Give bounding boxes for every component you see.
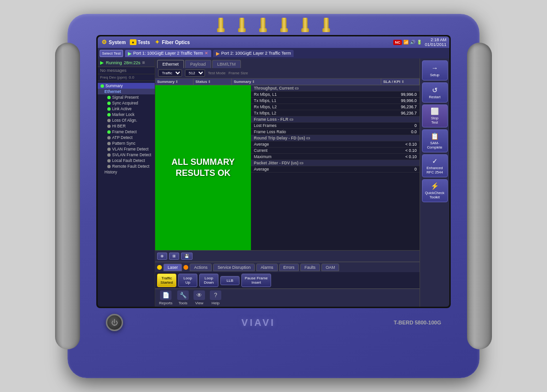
sort-arrow-3: ⇕ [252, 80, 255, 84]
th-status[interactable]: Status ⇕ [194, 79, 232, 85]
handle-left [55, 43, 80, 349]
vlan-label: VLAN Frame Detect [112, 147, 148, 151]
traffic-select[interactable]: Traffic [158, 69, 182, 77]
loss-label: Loss Of Align. [112, 118, 137, 123]
power-button[interactable]: ⏻ [106, 314, 123, 331]
sync-label: Sync Acquired [112, 101, 138, 105]
model-text: T-BERD 5800-100G [394, 320, 441, 325]
nav-pattern-sync[interactable]: Pattern Sync [98, 140, 155, 146]
connector-3 [259, 18, 267, 32]
port1-tab[interactable]: ▶ Port 1: 100GigE Layer 2 Traffic Term ✕ [125, 50, 211, 57]
frame-size-select[interactable]: 512 [185, 69, 205, 77]
hamburger-icon[interactable]: ≡ [142, 60, 145, 65]
nav-svlan-frame[interactable]: SVLAN Frame Detect [98, 152, 155, 158]
nav-view[interactable]: 👁 View [194, 290, 205, 305]
select-test-btn[interactable]: Select Test [100, 50, 123, 57]
hiber-label: HI BER [112, 124, 125, 128]
view-icon: 👁 [194, 290, 205, 300]
marker-label: Marker Lock [112, 112, 135, 117]
tests-icon: ■ [130, 39, 137, 45]
stop-test-btn[interactable]: ⬜ Stop Test [422, 104, 448, 127]
nav-history[interactable]: History [98, 169, 155, 175]
loop-down-btn[interactable]: Loop Down [199, 274, 218, 287]
ethernet-label: Ethernet [104, 89, 121, 94]
th-summary2[interactable]: Summary ⇕ [232, 79, 381, 85]
stop-icon: ⬜ [431, 107, 439, 115]
frame-size-label: Frame Size [228, 71, 248, 75]
toolbar-btn-expand[interactable]: ⊕ [157, 253, 167, 260]
pattern-dot [107, 142, 111, 145]
nav-signal-present[interactable]: Signal Present [98, 94, 155, 100]
nav-atp-detect[interactable]: ATP Detect [98, 135, 155, 140]
nav-summary[interactable]: Summary [98, 83, 155, 89]
summary-dot [101, 84, 104, 88]
help-label: Help [212, 301, 219, 305]
summary-ok-panel: ALL SUMMARY RESULTS OK [155, 85, 251, 250]
local-label: Local Fault Detect [112, 158, 145, 163]
fiber-optics-label: Fiber Optics [162, 40, 190, 45]
messages-bar: No messages [98, 67, 155, 74]
nav-sync-acquired[interactable]: Sync Acquired [98, 100, 155, 106]
pattern-label: Pattern Sync [112, 141, 136, 146]
tests-menu[interactable]: ■ Tests [130, 39, 150, 45]
menu-bar: ⚙ System ■ Tests ✦ Fiber Optics NC [98, 36, 449, 48]
nav-loss-align[interactable]: Loss Of Align. [98, 117, 155, 123]
fiber-menu[interactable]: ✦ Fiber Optics [154, 39, 190, 46]
freq-value: 0.0 [129, 75, 134, 80]
traffic-started-btn[interactable]: Traffic Started [157, 274, 176, 287]
summary-label: Summary [105, 83, 123, 88]
llb-btn[interactable]: LLB [220, 276, 239, 285]
frame-label: Frame Detect [112, 129, 137, 134]
play-icon: ▶ [100, 60, 104, 65]
sort-arrow-2: ⇕ [208, 80, 211, 84]
nav-help[interactable]: ? Help [210, 290, 221, 305]
tab-ethernet[interactable]: Ethernet [157, 60, 184, 68]
action-tab-faults[interactable]: Faults [300, 264, 320, 271]
th-summary[interactable]: Summary ⇕ [155, 79, 194, 85]
nav-remote-fault[interactable]: Remote Fault Detect [98, 163, 155, 169]
sort-arrow-1: ⇕ [175, 80, 178, 84]
action-tab-service[interactable]: Service Disruption [213, 264, 255, 271]
system-menu[interactable]: ⚙ System [101, 39, 126, 46]
nav-hi-ber[interactable]: HI BER [98, 123, 155, 129]
tools-icon: 🔧 [177, 290, 189, 300]
th-sla[interactable]: SLA / KPI ⇕ [381, 79, 420, 85]
tab-lbm-ltm[interactable]: LBM/LTM [212, 60, 241, 68]
nav-local-fault[interactable]: Local Fault Detect [98, 158, 155, 163]
loop-up-btn[interactable]: Loop Up [178, 274, 197, 287]
action-tab-actions[interactable]: Actions [190, 264, 212, 271]
nav-ethernet[interactable]: Ethernet [98, 89, 155, 94]
action-tab-laser[interactable]: Laser [163, 264, 182, 271]
sam-complete-btn[interactable]: 📋 SAM- Complete [422, 129, 448, 152]
center-area: Ethernet Payload LBM/LTM Traffic 512 Tes… [155, 58, 420, 307]
restart-btn[interactable]: ↺ Restart [422, 82, 448, 103]
hiber-dot [107, 125, 111, 128]
action-tab-alarms[interactable]: Alarms [256, 264, 277, 271]
connector-6 [322, 18, 330, 32]
nav-marker-lock[interactable]: Marker Lock [98, 112, 155, 117]
action-tab-oam[interactable]: OAM [321, 264, 339, 271]
nav-reports[interactable]: 📄 Reports [159, 290, 172, 305]
setup-btn[interactable]: → Setup [422, 60, 448, 81]
toolbar-btn-copy[interactable]: ⊞ [169, 253, 179, 260]
running-label: Running [106, 60, 122, 65]
nav-tools[interactable]: 🔧 Tools [177, 290, 189, 305]
pause-frame-btn[interactable]: Pause Frame Insert [241, 274, 271, 287]
elapsed-time: 28m:22s [124, 60, 141, 65]
link-dot [107, 107, 111, 111]
quickcheck-btn[interactable]: ⚡ QuickCheck Toolkit [422, 179, 448, 202]
freq-bar: Freq Dev (ppm) 0.0 [98, 74, 155, 81]
port1-close[interactable]: ✕ [205, 51, 208, 56]
toolbar-btn-save[interactable]: 💾 [181, 253, 193, 260]
enhanced-rfc-btn[interactable]: ✓ Enhanced RFC 2544 [422, 154, 448, 177]
sam-icon: 📋 [431, 132, 439, 140]
nav-vlan-frame[interactable]: VLAN Frame Detect [98, 146, 155, 152]
status-icons: NC 📶 🔊 🔋 [393, 40, 422, 45]
nav-frame-detect[interactable]: Frame Detect [98, 129, 155, 135]
nav-link-active[interactable]: Link Active [98, 106, 155, 112]
arrow-right-icon: ▶ [128, 51, 132, 56]
action-tab-errors[interactable]: Errors [279, 264, 299, 271]
battery-icon: 🔋 [417, 40, 422, 45]
tab-payload[interactable]: Payload [185, 60, 211, 68]
port2-tab[interactable]: ▶ Port 2: 100GigE Layer 2 Traffic Term [213, 50, 294, 57]
